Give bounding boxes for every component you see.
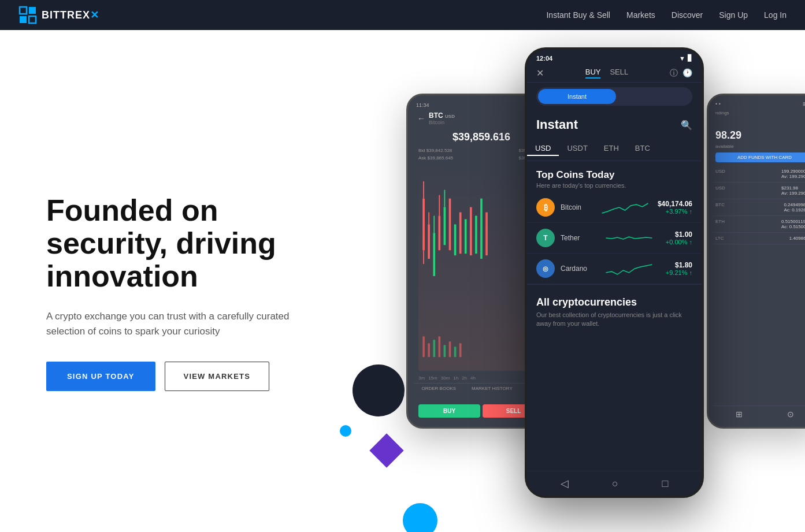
svg-rect-10 [433,216,435,233]
svg-rect-9 [433,233,435,276]
svg-rect-6 [423,250,424,264]
hero-content: Founded on security, driving innovation … [46,171,347,392]
svg-rect-30 [459,343,462,357]
ada-price: $1.80 [666,261,692,269]
tether-name: Tether [561,234,592,242]
right-balance: 98.29 [713,118,805,144]
buy-tab[interactable]: BUY [585,68,601,79]
tether-sparkline [598,229,660,247]
navbar: BITTREX✕ Instant Buy & Sell Markets Disc… [0,0,805,30]
svg-rect-3 [29,16,36,23]
nav-sign-up[interactable]: Sign Up [719,10,748,20]
coin-row-ada[interactable]: ◎ Cardano $1.80 +9.21% ↑ [527,254,702,284]
tab-usd[interactable]: USD [527,142,559,156]
wifi-icon: ▼ [679,55,685,62]
right-row-3: ETH 0.51500119Ac: 0.51500119 [713,216,805,233]
ada-change: +9.21% ↑ [666,269,692,276]
nav-log-in[interactable]: Log In [764,10,787,20]
btc-values: $40,174.06 +3.97% ↑ [658,200,692,215]
svg-rect-13 [444,207,446,245]
nav-instant-buy-sell[interactable]: Instant Buy & Sell [546,10,610,20]
tab-usdt[interactable]: USDT [559,142,595,156]
back-coin-title: BTC USD [429,111,455,120]
nav-back-btn[interactable]: ◁ [561,477,569,490]
svg-rect-29 [454,347,457,357]
hero-section: Founded on security, driving innovation … [0,30,805,532]
instant-section: Instant 🔍 [527,110,702,137]
svg-rect-0 [20,7,27,14]
front-header-tabs: BUY SELL [585,68,629,79]
history-icon[interactable]: 🕐 [682,68,692,79]
info-icon[interactable]: ⓘ [670,68,678,79]
svg-rect-19 [470,207,472,256]
back-arrow-icon: ← [417,114,425,123]
coin-row-usdt[interactable]: T Tether $1.00 +0.00% ↑ [527,223,702,254]
tether-values: $1.00 +0.00% ↑ [666,230,692,245]
svg-rect-1 [29,7,36,14]
back-right-icons: ⊞ ⊙ [803,101,805,107]
btc-sparkline [598,199,652,216]
deco-diamond [369,433,403,467]
nav-home-btn[interactable]: ○ [612,478,618,490]
right-grid-icon[interactable]: ⊞ [736,410,743,419]
search-icon[interactable]: 🔍 [681,120,692,131]
tab-eth[interactable]: ETH [596,142,627,156]
nav-markets[interactable]: Markets [626,10,655,20]
tether-change: +0.00% ↑ [666,239,692,245]
ada-icon: ◎ [536,259,555,278]
tab-btc[interactable]: BTC [627,142,658,156]
right-cta-button[interactable]: ADD FUNDS WITH CARD [715,152,805,162]
svg-rect-20 [475,216,477,254]
front-status-time: 12:04 [536,55,552,62]
top-coins-header: Top Coins Today Here are today's top cur… [527,161,702,192]
svg-rect-5 [423,181,424,199]
ada-name: Cardano [561,265,592,273]
coin-row-btc[interactable]: ₿ Bitcoin $40,174.06 +3.97% ↑ [527,192,702,223]
logo-icon [18,6,37,24]
btc-name: Bitcoin [561,203,592,211]
svg-rect-16 [454,224,457,255]
back-coin-sub: Bitcoin [429,120,455,125]
front-status-icons: ▼ ▊ [679,54,692,62]
btc-change: +3.97% ↑ [658,208,692,215]
view-markets-button[interactable]: VIEW MARKETS [165,362,270,391]
back-left-time: 11:34 [416,102,429,108]
svg-rect-7 [428,224,430,259]
front-phone-header: ✕ BUY SELL ⓘ 🕐 [527,64,702,83]
nav-recents-btn[interactable]: □ [662,478,668,490]
svg-rect-27 [444,345,446,357]
phone-front: 12:04 ▼ ▊ ✕ BUY SELL ⓘ 🕐 [525,47,704,498]
svg-rect-18 [465,219,467,254]
deco-circle-bottom [403,503,437,532]
currency-tabs: USD USDT ETH BTC [527,137,702,161]
right-bottom-icons: ⊞ ⊙ [713,405,805,422]
top-coins-title: Top Coins Today [536,169,692,181]
back-buy-button[interactable]: BUY [418,404,480,418]
front-header-icons: ⓘ 🕐 [670,68,692,79]
hero-title: Founded on security, driving innovation [46,194,347,293]
right-balance-value: 98.29 [715,129,741,141]
nav-discover[interactable]: Discover [672,10,703,20]
right-clock-icon[interactable]: ⊙ [787,410,794,419]
logo[interactable]: BITTREX✕ [18,6,99,24]
all-crypto-sub: Our best collection of cryptocurrencies … [536,311,692,329]
hero-subtitle: A crypto exchange you can trust with a c… [46,309,295,338]
phone-nav-bar: ◁ ○ □ [527,471,702,496]
svg-rect-21 [480,199,483,259]
right-row-4: LTC 1.40986530 [713,233,805,244]
deco-circle-large [353,364,405,416]
logo-text: BITTREX✕ [42,9,99,21]
svg-rect-26 [439,336,441,357]
sign-up-button[interactable]: SIGN UP TODAY [46,362,155,391]
close-icon[interactable]: ✕ [536,68,544,79]
tether-price: $1.00 [666,230,692,239]
right-available: available [713,144,805,149]
instant-label: Instant [536,117,578,132]
svg-rect-28 [449,341,451,357]
right-row-0: USD 199.290000Av: 199.290000 [713,166,805,183]
sell-tab[interactable]: SELL [610,68,628,79]
svg-rect-22 [485,213,488,256]
svg-rect-23 [422,336,425,357]
back-right-dots: • • [715,101,721,107]
front-status-bar: 12:04 ▼ ▊ [527,50,702,64]
